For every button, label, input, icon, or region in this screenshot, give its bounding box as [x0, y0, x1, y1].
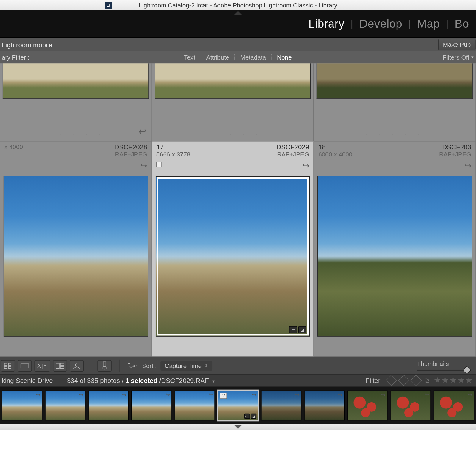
cell-dots: . . . . .	[46, 130, 105, 137]
window-title: Lightroom Catalog-2.lrcat - Adobe Photos…	[139, 1, 337, 9]
survey-view-button[interactable]	[53, 360, 67, 372]
grid-cell[interactable]: . . . . .	[152, 63, 314, 141]
reply-arrow-icon[interactable]: ↩	[138, 126, 146, 138]
rating-comparator[interactable]: ≥	[424, 377, 431, 385]
forward-arrow-icon[interactable]: ↪	[303, 161, 309, 171]
loupe-view-button[interactable]	[18, 360, 32, 372]
flag-icon[interactable]	[156, 162, 162, 167]
sort-dropdown[interactable]: Capture Time ⇕	[160, 361, 212, 371]
filmstrip-thumbnail[interactable]: ↪	[391, 391, 431, 421]
grid-view-button[interactable]	[1, 360, 15, 372]
svg-rect-9	[103, 362, 106, 366]
develop-badge-icon[interactable]: ◢	[298, 326, 306, 333]
develop-badge-icon: ◢	[251, 414, 256, 419]
filter-metadata[interactable]: Metadata	[235, 52, 271, 62]
thumbnail-image[interactable]	[4, 176, 148, 337]
svg-rect-1	[8, 363, 11, 365]
flag-filter-icon[interactable]	[398, 375, 410, 386]
forward-arrow-icon[interactable]: ↪	[140, 161, 147, 171]
status-selected: 1 selected	[125, 377, 157, 384]
stack-badge-icon: ▭	[244, 414, 250, 419]
forward-arrow-icon: ↪	[295, 392, 299, 398]
filmstrip[interactable]: ↪ ↪ ↪ ↪ ↪ ↪ 2 ▭◢ ↪ ↪ ↪ ↪ ↪	[0, 387, 476, 424]
thumbnail-image[interactable]	[155, 63, 311, 99]
cell-format: RAF+JPEG	[277, 151, 309, 158]
people-view-button[interactable]	[70, 360, 84, 372]
svg-rect-7	[60, 366, 64, 368]
cell-format: RAF+JPEG	[115, 151, 147, 158]
grid-cell[interactable]: 186000 x 4000 DSCF203RAF+JPEG ↪ . . . . …	[314, 142, 476, 357]
filmstrip-thumbnail[interactable]: ↪	[2, 391, 42, 421]
updown-icon: ⇕	[204, 363, 208, 368]
cell-index: 17	[156, 143, 190, 151]
module-separator: |	[407, 18, 413, 30]
cell-filename: DSCF2029	[276, 143, 309, 151]
module-book[interactable]: Bo	[450, 15, 473, 32]
grid-cell[interactable]: 175666 x 3778 DSCF2029RAF+JPEG ↪ ▭◢ . . …	[152, 142, 314, 357]
stack-count-badge[interactable]: 2	[220, 393, 227, 399]
rating-filter[interactable]: ★★★★★	[434, 376, 473, 386]
compare-view-button[interactable]: X|Y	[35, 360, 51, 372]
flag-filter-icon[interactable]	[411, 375, 422, 386]
sort-direction-button[interactable]: ⇅az	[125, 360, 139, 372]
window-titlebar: Lr Lightroom Catalog-2.lrcat - Adobe Pho…	[0, 0, 476, 10]
filmstrip-thumbnail[interactable]: ↪	[88, 391, 129, 421]
filter-label: ary Filter :	[0, 54, 33, 61]
expand-top-panel-icon[interactable]	[234, 11, 242, 15]
cell-index: 18	[318, 143, 352, 151]
forward-arrow-icon: ↪	[468, 392, 472, 398]
forward-arrow-icon: ↪	[381, 392, 386, 398]
filter-text[interactable]: Text	[178, 52, 201, 62]
module-library[interactable]: Library	[304, 15, 349, 32]
filter-attribute[interactable]: Attribute	[201, 52, 234, 62]
status-folder[interactable]: king Scenic Drive	[2, 377, 53, 384]
svg-point-10	[103, 367, 106, 369]
thumbnail-image[interactable]	[317, 63, 473, 99]
filmstrip-thumbnail[interactable]: ↪ 2 ▭◢	[218, 391, 258, 421]
app-icon: Lr	[105, 1, 112, 9]
cell-dots: . . . . .	[46, 345, 105, 352]
thumbnail-image[interactable]: ▭◢	[156, 176, 310, 337]
painter-tool-button[interactable]	[98, 360, 112, 372]
cell-dimensions: x 4000	[4, 143, 23, 151]
filmstrip-status-bar: king Scenic Drive 334 of 335 photos / 1 …	[0, 375, 476, 387]
stack-badge-icon[interactable]: ▭	[289, 326, 297, 333]
cell-format: RAF+JPEG	[439, 151, 471, 158]
filter-label: Filter :	[366, 377, 384, 384]
forward-arrow-icon[interactable]: ↪	[465, 161, 471, 171]
grid-cell[interactable]: . . . . . ↩	[0, 63, 152, 141]
module-map[interactable]: Map	[413, 15, 444, 32]
thumbnail-image[interactable]	[3, 63, 149, 99]
filmstrip-thumbnail[interactable]: ↪	[347, 391, 388, 421]
grid-cell[interactable]: x 4000 DSCF2028RAF+JPEG ↪ . . . . .	[0, 142, 152, 357]
forward-arrow-icon: ↪	[122, 392, 126, 398]
thumbnails-size-slider[interactable]	[417, 369, 470, 371]
forward-arrow-icon: ↪	[36, 392, 40, 398]
library-grid[interactable]: . . . . . ↩ . . . . . . . . . . x 4000 D…	[0, 63, 476, 356]
thumbnail-image[interactable]	[317, 176, 472, 337]
sync-status-label[interactable]: Lightroom mobile	[2, 41, 52, 48]
slider-knob-icon[interactable]	[462, 366, 471, 374]
filmstrip-thumbnail[interactable]: ↪	[175, 391, 215, 421]
module-develop[interactable]: Develop	[355, 15, 407, 32]
grid-cell[interactable]: . . . . .	[314, 63, 476, 141]
filmstrip-thumbnail[interactable]: ↪	[45, 391, 85, 421]
filmstrip-thumbnail[interactable]: ↪	[304, 391, 345, 421]
flag-filter-icon[interactable]	[386, 375, 397, 386]
chevron-down-icon[interactable]: ▾	[211, 379, 215, 384]
cell-dots: . . . . .	[365, 130, 425, 137]
cell-dots: . . . . .	[203, 130, 262, 137]
expand-filmstrip-icon[interactable]	[234, 425, 242, 429]
make-public-button[interactable]: Make Pub	[438, 39, 476, 51]
filmstrip-thumbnail[interactable]: ↪	[434, 391, 474, 421]
svg-rect-0	[4, 363, 7, 365]
sync-bar: Lightroom mobile Make Pub	[0, 38, 476, 51]
filters-off-dropdown[interactable]: Filters Off ▾	[443, 54, 476, 61]
thumbnails-label: Thumbnails	[417, 360, 470, 367]
status-filename[interactable]: /DSCF2029.RAF	[159, 377, 209, 384]
forward-arrow-icon: ↪	[165, 392, 170, 398]
filmstrip-thumbnail[interactable]: ↪	[131, 391, 172, 421]
filter-none[interactable]: None	[272, 52, 297, 62]
grid-toolbar: X|Y ⇅az Sort : Capture Time ⇕ Thumbnails	[0, 357, 476, 375]
filmstrip-thumbnail[interactable]: ↪	[261, 391, 301, 421]
